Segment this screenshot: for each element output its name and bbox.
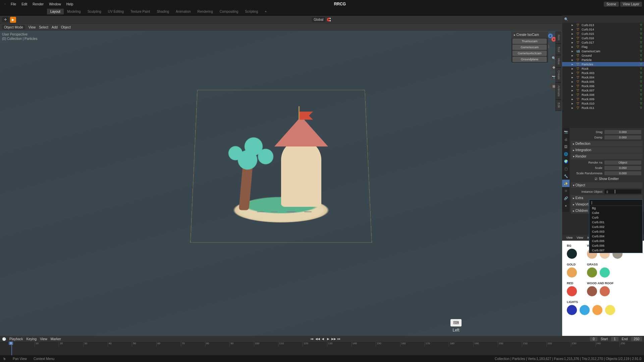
expand-icon[interactable]: ▸: [572, 62, 574, 66]
expand-icon[interactable]: ▸: [572, 32, 574, 36]
expand-icon[interactable]: ▸: [572, 71, 574, 75]
expand-icon[interactable]: ▸: [572, 97, 574, 101]
checkbox-show-emitter[interactable]: ☑ Show Emitter: [571, 176, 643, 182]
expand-icon[interactable]: ▸: [572, 84, 574, 88]
scene-selector[interactable]: Scene: [604, 2, 619, 7]
btn-groundplane[interactable]: Groundplane: [513, 57, 547, 62]
tab-rendering[interactable]: Rendering: [194, 9, 216, 14]
outliner-item[interactable]: ▸▽Rock.009▽: [562, 97, 644, 101]
section-object[interactable]: ▾ Object: [571, 182, 643, 188]
tab-animation[interactable]: Animation: [172, 9, 194, 14]
outliner-item[interactable]: ▸▽Rock.003▽: [562, 71, 644, 75]
expand-icon[interactable]: ▸: [572, 106, 574, 110]
outliner-item[interactable]: ▸▽Particles▽: [562, 62, 644, 66]
prop-tab-constraint-icon[interactable]: 🔗: [562, 194, 570, 202]
outliner-item[interactable]: ▸▽Rock.011▽: [562, 106, 644, 110]
menu-help[interactable]: Help: [64, 1, 76, 7]
dropdown-item[interactable]: Curb.002: [589, 225, 642, 229]
outliner-item[interactable]: ▸▽Rock▽: [562, 66, 644, 71]
tab-item[interactable]: Item: [555, 32, 561, 44]
color-swatch[interactable]: [580, 305, 590, 315]
play-fwd-icon[interactable]: ▶: [326, 337, 331, 341]
menu-edit[interactable]: Edit: [19, 1, 30, 7]
expand-icon[interactable]: ▸: [572, 93, 574, 97]
outliner-item[interactable]: ▸▽Rock.007▽: [562, 88, 644, 93]
prop-tab-scene-icon[interactable]: 🌐: [562, 150, 570, 158]
prev-key-icon[interactable]: ◀◀: [315, 337, 320, 341]
color-swatch[interactable]: [567, 267, 577, 278]
field-drag[interactable]: 0.000: [604, 130, 641, 134]
dropdown-item[interactable]: Curb.001: [589, 220, 642, 225]
section-integration[interactable]: ▸ Integration: [571, 147, 643, 153]
current-frame[interactable]: 0: [590, 337, 597, 341]
snap-toggle-icon[interactable]: 🧲: [327, 18, 331, 21]
3d-viewport[interactable]: User Perspective (0) Collection | Partic…: [0, 31, 562, 336]
tab-shading[interactable]: Shading: [153, 9, 172, 14]
tab-sculpting[interactable]: Sculpting: [84, 9, 105, 14]
outliner-item[interactable]: ▸▽Flag▽: [562, 45, 644, 49]
btn-gameiso4to3[interactable]: GameIso4to3cam: [513, 51, 547, 56]
tab-create[interactable]: Create: [555, 67, 561, 82]
expand-icon[interactable]: ▸: [572, 23, 574, 27]
tab-layout[interactable]: Layout: [47, 9, 64, 14]
tl-playback[interactable]: Playback: [9, 337, 23, 341]
outliner-item[interactable]: ▸▽Curb.016▽: [562, 36, 644, 40]
menu-view[interactable]: View: [29, 25, 36, 29]
tl-keying[interactable]: Keying: [26, 337, 37, 341]
outliner-item[interactable]: ▸▽Particle▽: [562, 58, 644, 62]
expand-icon[interactable]: ▸: [572, 75, 574, 79]
tab-edit[interactable]: Edit: [555, 100, 561, 111]
outliner-item[interactable]: ▸▽Ground▽: [562, 53, 644, 58]
jump-start-icon[interactable]: ⏮: [310, 337, 315, 341]
outliner-item[interactable]: ▸▽Rock.010▽: [562, 101, 644, 106]
prop-tab-particles-icon[interactable]: ✨: [562, 180, 570, 187]
outliner-item[interactable]: ▸▽Curb.014▽: [562, 27, 644, 32]
dropdown-item[interactable]: Cube: [589, 210, 642, 215]
orientation-dropdown[interactable]: Global: [312, 17, 325, 22]
outliner-item[interactable]: ▸▽Curb.015▽: [562, 32, 644, 36]
color-swatch[interactable]: [600, 267, 610, 278]
section-deflection[interactable]: ▸ Deflection: [571, 141, 643, 146]
dropdown-item[interactable]: Curb: [589, 215, 642, 220]
btn-trueisocam[interactable]: TrueIsocam: [513, 39, 547, 44]
menu-add[interactable]: Add: [52, 25, 58, 29]
color-swatch[interactable]: [592, 305, 602, 315]
menu-select[interactable]: Select: [39, 25, 48, 29]
dropdown-item[interactable]: Curb.006: [589, 243, 642, 248]
expand-icon[interactable]: ▸: [572, 80, 574, 83]
field-scale-rand[interactable]: 0.000: [604, 171, 641, 175]
expand-icon[interactable]: ▸: [572, 45, 574, 49]
tab-modeling[interactable]: Modeling: [64, 9, 84, 14]
menu-file[interactable]: File: [8, 1, 19, 7]
outliner-item[interactable]: ▸▽Rock.008▽: [562, 93, 644, 97]
tab-uv[interactable]: UV Editing: [105, 9, 127, 14]
expand-icon[interactable]: ▸: [572, 102, 574, 105]
menu-window[interactable]: Window: [46, 1, 64, 7]
clock-icon[interactable]: 🕐: [2, 337, 6, 341]
expand-icon[interactable]: ▸: [572, 36, 574, 40]
viewlayer-selector[interactable]: View Layer: [620, 2, 642, 7]
color-swatch[interactable]: [600, 286, 610, 296]
outliner-item[interactable]: ▸📹GameIsoCam▽: [562, 49, 644, 53]
color-swatch[interactable]: [587, 286, 597, 296]
blender-logo-icon[interactable]: [2, 1, 8, 7]
prop-tab-object-icon[interactable]: ▢: [562, 165, 570, 172]
section-render[interactable]: ▾ Render: [571, 154, 643, 159]
prop-tab-view-icon[interactable]: 🖼: [562, 143, 570, 150]
color-swatch[interactable]: [567, 249, 577, 259]
tab-view[interactable]: View: [555, 55, 561, 67]
field-damp[interactable]: 0.000: [604, 135, 641, 139]
outliner-item[interactable]: ▸▽Rock.004▽: [562, 75, 644, 79]
prop-tab-output-icon[interactable]: 🖨: [562, 135, 570, 143]
tab-texture[interactable]: Texture Paint: [127, 9, 153, 14]
expand-icon[interactable]: ▸: [572, 88, 574, 92]
playhead[interactable]: [11, 342, 12, 355]
expand-icon[interactable]: ▸: [572, 58, 574, 62]
play-rev-icon[interactable]: ◀: [321, 337, 325, 341]
tab-animate[interactable]: Animate: [555, 82, 561, 100]
tl-marker[interactable]: Marker: [51, 337, 61, 341]
color-swatch[interactable]: [587, 267, 597, 278]
expand-icon[interactable]: ▸: [572, 67, 574, 70]
color-swatch[interactable]: [605, 305, 615, 315]
expand-icon[interactable]: ▸: [572, 54, 574, 57]
